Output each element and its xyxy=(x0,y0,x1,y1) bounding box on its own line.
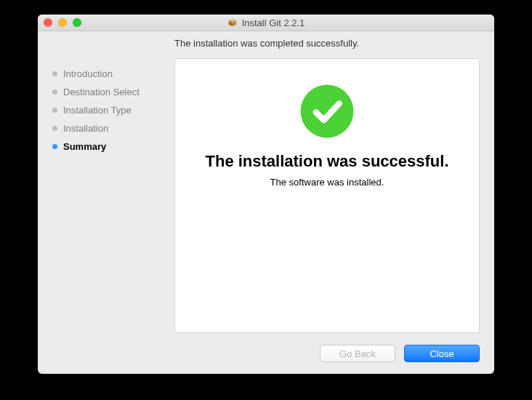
step-label: Summary xyxy=(63,141,106,152)
step-installation: Installation xyxy=(52,123,174,134)
content-row: Introduction Destination Select Installa… xyxy=(38,58,494,333)
main-panel: The installation was successful. The sof… xyxy=(174,58,480,333)
close-button[interactable]: Close xyxy=(404,345,480,362)
step-introduction: Introduction xyxy=(52,68,174,79)
window-title-text: Install Git 2.2.1 xyxy=(242,17,305,28)
bullet-icon xyxy=(52,71,57,76)
zoom-window-button[interactable] xyxy=(73,18,81,27)
titlebar: Install Git 2.2.1 xyxy=(38,15,494,31)
window-title: Install Git 2.2.1 xyxy=(38,17,494,28)
bullet-icon xyxy=(52,126,57,131)
step-installation-type: Installation Type xyxy=(52,105,174,116)
success-subtext: The software was installed. xyxy=(270,177,384,188)
step-label: Destination Select xyxy=(63,87,140,97)
go-back-button: Go Back xyxy=(320,345,395,362)
success-check-icon xyxy=(299,84,355,139)
step-summary: Summary xyxy=(52,141,174,152)
installer-window: Install Git 2.2.1 The installation was c… xyxy=(38,15,494,374)
step-label: Installation Type xyxy=(63,105,132,116)
header-message: The installation was completed successfu… xyxy=(38,31,494,58)
step-label: Installation xyxy=(63,123,108,134)
bullet-icon xyxy=(52,108,57,113)
minimize-window-button[interactable] xyxy=(58,18,67,27)
steps-sidebar: Introduction Destination Select Installa… xyxy=(52,58,174,333)
svg-point-0 xyxy=(301,85,354,138)
package-icon xyxy=(227,17,238,28)
window-body: The installation was completed successfu… xyxy=(38,31,494,374)
step-label: Introduction xyxy=(63,68,113,79)
bullet-icon xyxy=(52,89,57,95)
bullet-icon xyxy=(52,144,57,149)
close-window-button[interactable] xyxy=(44,18,52,27)
traffic-lights xyxy=(44,18,81,27)
footer: Go Back Close xyxy=(38,333,494,374)
step-destination: Destination Select xyxy=(52,87,174,97)
success-heading: The installation was successful. xyxy=(206,152,449,171)
